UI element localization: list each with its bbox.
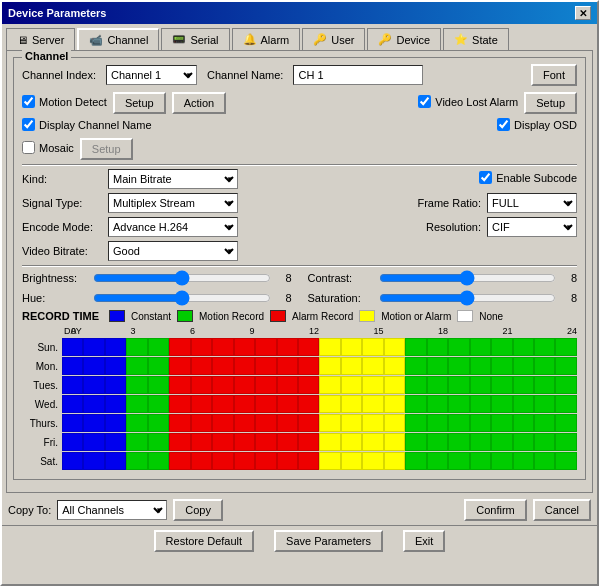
- grid-cell-2-18[interactable]: [448, 376, 469, 394]
- grid-cell-3-13[interactable]: [341, 395, 362, 413]
- grid-cell-5-10[interactable]: [277, 433, 298, 451]
- channel-index-select[interactable]: Channel 1 Channel 2 Channel 3 Channel 4: [106, 65, 197, 85]
- save-parameters-button[interactable]: Save Parameters: [274, 530, 383, 552]
- grid-cell-4-6[interactable]: [191, 414, 212, 432]
- grid-cell-1-1[interactable]: [83, 357, 104, 375]
- resolution-select[interactable]: CIF 4CIF QCIF: [487, 217, 577, 237]
- confirm-button[interactable]: Confirm: [464, 499, 527, 521]
- video-lost-alarm-checkbox[interactable]: [418, 95, 431, 108]
- grid-cell-3-10[interactable]: [277, 395, 298, 413]
- grid-cell-3-17[interactable]: [427, 395, 448, 413]
- grid-cell-3-12[interactable]: [319, 395, 340, 413]
- grid-cell-2-4[interactable]: [148, 376, 169, 394]
- grid-cell-4-2[interactable]: [105, 414, 126, 432]
- grid-cell-6-16[interactable]: [405, 452, 426, 470]
- grid-cell-3-9[interactable]: [255, 395, 276, 413]
- grid-cell-3-19[interactable]: [470, 395, 491, 413]
- grid-cell-0-12[interactable]: [319, 338, 340, 356]
- grid-cell-2-20[interactable]: [491, 376, 512, 394]
- mosaic-setup-button[interactable]: Setup: [80, 138, 133, 160]
- grid-cell-3-5[interactable]: [169, 395, 190, 413]
- grid-cell-4-18[interactable]: [448, 414, 469, 432]
- mosaic-checkbox[interactable]: [22, 141, 35, 154]
- grid-cell-3-18[interactable]: [448, 395, 469, 413]
- grid-cell-0-19[interactable]: [470, 338, 491, 356]
- grid-cell-4-15[interactable]: [384, 414, 405, 432]
- grid-cell-0-17[interactable]: [427, 338, 448, 356]
- motion-detect-checkbox[interactable]: [22, 95, 35, 108]
- grid-cell-5-3[interactable]: [126, 433, 147, 451]
- tab-server[interactable]: 🖥 Server: [6, 28, 75, 50]
- grid-cell-2-23[interactable]: [555, 376, 576, 394]
- grid-cell-0-1[interactable]: [83, 338, 104, 356]
- cancel-button[interactable]: Cancel: [533, 499, 591, 521]
- grid-cell-4-22[interactable]: [534, 414, 555, 432]
- grid-cell-6-20[interactable]: [491, 452, 512, 470]
- grid-cell-1-2[interactable]: [105, 357, 126, 375]
- display-channel-name-checkbox[interactable]: [22, 118, 35, 131]
- grid-cell-5-2[interactable]: [105, 433, 126, 451]
- video-bitrate-select[interactable]: Good Better Best Standard: [108, 241, 238, 261]
- channel-name-input[interactable]: [293, 65, 423, 85]
- grid-cell-1-12[interactable]: [319, 357, 340, 375]
- grid-cell-0-7[interactable]: [212, 338, 233, 356]
- tab-serial[interactable]: 📟 Serial: [161, 28, 229, 50]
- grid-cell-0-9[interactable]: [255, 338, 276, 356]
- grid-cell-5-17[interactable]: [427, 433, 448, 451]
- tab-state[interactable]: ⭐ State: [443, 28, 509, 50]
- grid-cell-4-10[interactable]: [277, 414, 298, 432]
- grid-cell-4-4[interactable]: [148, 414, 169, 432]
- setup-button-2[interactable]: Setup: [524, 92, 577, 114]
- grid-cell-1-11[interactable]: [298, 357, 319, 375]
- grid-cell-2-13[interactable]: [341, 376, 362, 394]
- grid-cell-2-15[interactable]: [384, 376, 405, 394]
- grid-cell-3-15[interactable]: [384, 395, 405, 413]
- hue-slider[interactable]: [93, 290, 271, 306]
- grid-cell-3-0[interactable]: [62, 395, 83, 413]
- grid-cell-1-15[interactable]: [384, 357, 405, 375]
- grid-cell-6-18[interactable]: [448, 452, 469, 470]
- grid-cell-6-15[interactable]: [384, 452, 405, 470]
- grid-cell-1-17[interactable]: [427, 357, 448, 375]
- grid-cell-6-8[interactable]: [234, 452, 255, 470]
- copy-to-select[interactable]: All Channels Channel 1 Channel 2: [57, 500, 167, 520]
- grid-cell-4-19[interactable]: [470, 414, 491, 432]
- grid-cell-1-4[interactable]: [148, 357, 169, 375]
- grid-cell-0-21[interactable]: [513, 338, 534, 356]
- tab-device[interactable]: 🔑 Device: [367, 28, 441, 50]
- grid-cell-3-7[interactable]: [212, 395, 233, 413]
- display-osd-checkbox[interactable]: [497, 118, 510, 131]
- brightness-slider[interactable]: [93, 270, 271, 286]
- grid-cell-6-4[interactable]: [148, 452, 169, 470]
- grid-cell-6-11[interactable]: [298, 452, 319, 470]
- grid-cell-1-0[interactable]: [62, 357, 83, 375]
- grid-cell-4-12[interactable]: [319, 414, 340, 432]
- grid-cell-5-23[interactable]: [555, 433, 576, 451]
- grid-cell-1-19[interactable]: [470, 357, 491, 375]
- grid-cell-5-9[interactable]: [255, 433, 276, 451]
- grid-cell-3-4[interactable]: [148, 395, 169, 413]
- grid-cell-2-14[interactable]: [362, 376, 383, 394]
- grid-cell-1-7[interactable]: [212, 357, 233, 375]
- grid-cell-2-16[interactable]: [405, 376, 426, 394]
- saturation-slider[interactable]: [379, 290, 557, 306]
- grid-cell-3-3[interactable]: [126, 395, 147, 413]
- grid-cell-3-1[interactable]: [83, 395, 104, 413]
- grid-cell-5-13[interactable]: [341, 433, 362, 451]
- frame-ratio-select[interactable]: FULL 1/2 1/4: [487, 193, 577, 213]
- grid-cell-0-8[interactable]: [234, 338, 255, 356]
- grid-cell-2-21[interactable]: [513, 376, 534, 394]
- grid-cell-2-1[interactable]: [83, 376, 104, 394]
- grid-cell-0-22[interactable]: [534, 338, 555, 356]
- grid-cell-0-3[interactable]: [126, 338, 147, 356]
- grid-cell-5-19[interactable]: [470, 433, 491, 451]
- copy-button[interactable]: Copy: [173, 499, 223, 521]
- grid-cell-1-16[interactable]: [405, 357, 426, 375]
- grid-cell-2-19[interactable]: [470, 376, 491, 394]
- grid-cell-0-2[interactable]: [105, 338, 126, 356]
- grid-cell-4-13[interactable]: [341, 414, 362, 432]
- grid-cell-3-16[interactable]: [405, 395, 426, 413]
- grid-cell-4-5[interactable]: [169, 414, 190, 432]
- grid-cell-2-3[interactable]: [126, 376, 147, 394]
- grid-cell-4-20[interactable]: [491, 414, 512, 432]
